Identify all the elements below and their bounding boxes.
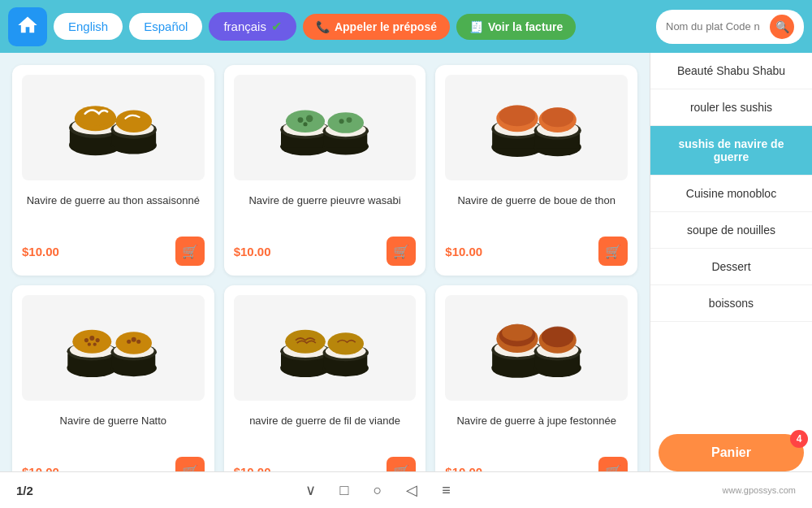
svg-point-42 [73, 330, 112, 354]
svg-point-23 [327, 112, 364, 133]
svg-point-72 [502, 324, 533, 341]
chevron-down-icon[interactable]: ∨ [305, 481, 316, 499]
product-name-2: Navire de guerre pieuvre wasabi [248, 187, 400, 215]
page-indicator: 1/2 [16, 484, 33, 497]
svg-point-17 [306, 115, 313, 123]
check-icon: ✔ [271, 19, 282, 34]
product-price-2: $10.00 [234, 245, 271, 258]
product-name-5: navire de guerre de fil de viande [249, 407, 400, 435]
add-to-cart-button-2[interactable]: 🛒 [387, 237, 416, 266]
bottom-bar: 1/2 ∨ □ ○ ◁ ≡ www.gpossys.com [0, 471, 812, 508]
product-card-4: Navire de guerre Natto $10.00 🛒 [12, 285, 214, 496]
product-image-2 [234, 75, 417, 180]
cart-label: Panier [711, 445, 751, 459]
svg-point-37 [542, 107, 573, 127]
product-name-3: Navire de guerre de boue de thon [457, 187, 615, 215]
svg-point-10 [116, 111, 153, 132]
sidebar-item-rouler[interactable]: rouler les sushis [650, 89, 812, 126]
svg-point-45 [96, 338, 100, 342]
search-icon: 🔍 [775, 20, 789, 33]
cart-badge: 4 [790, 430, 808, 448]
sidebar-item-cuisine[interactable]: Cuisine monobloc [650, 176, 812, 212]
sidebar-item-soupe[interactable]: soupe de nouilles [650, 212, 812, 249]
sushi-visual-5 [234, 295, 417, 401]
sidebar-item-sushis[interactable]: sushis de navire de guerre [650, 126, 812, 176]
sushi-visual-1 [22, 75, 205, 180]
sidebar-item-beaute[interactable]: Beauté Shabu Shabu [650, 53, 812, 89]
sidebar: Beauté Shabu Shaburouler les sushissushi… [650, 53, 812, 508]
lang-english-button[interactable]: English [54, 13, 123, 40]
product-name-1: Navire de guerre au thon assaisonné [27, 187, 200, 215]
lang-spanish-button[interactable]: Español [129, 13, 202, 40]
product-image-3 [445, 75, 628, 180]
svg-point-15 [286, 111, 325, 132]
svg-point-25 [347, 117, 352, 123]
main-content: Navire de guerre au thon assaisonné $10.… [0, 53, 812, 508]
svg-point-78 [542, 326, 573, 347]
product-footer-2: $10.00 🛒 [234, 237, 417, 266]
add-to-cart-button-1[interactable]: 🛒 [175, 237, 205, 266]
product-card-1: Navire de guerre au thon assaisonné $10.… [12, 65, 214, 276]
home-icon [16, 14, 39, 40]
svg-point-46 [88, 343, 91, 346]
product-card-3: Navire de guerre de boue de thon $10.00 … [435, 65, 637, 276]
product-image-6 [445, 295, 628, 401]
square-icon[interactable]: □ [340, 482, 349, 499]
receipt-icon: 🧾 [469, 20, 483, 33]
menu-icon[interactable]: ≡ [442, 482, 451, 499]
sidebar-item-dessert[interactable]: Dessert [650, 249, 812, 285]
svg-point-43 [84, 338, 89, 342]
svg-point-18 [303, 122, 307, 126]
svg-point-52 [116, 332, 153, 354]
sushi-visual-4 [22, 295, 205, 401]
view-bill-button[interactable]: 🧾 Voir la facture [456, 14, 576, 40]
product-name-4: Navire de guerre Natto [60, 407, 167, 435]
product-footer-3: $10.00 🛒 [445, 237, 628, 266]
phone-icon: 📞 [316, 20, 330, 33]
watermark: www.gpossys.com [723, 485, 796, 495]
product-card-5: navire de guerre de fil de viande $10.00… [224, 285, 426, 496]
search-button[interactable]: 🔍 [770, 15, 794, 39]
add-to-cart-button-3[interactable]: 🛒 [598, 237, 628, 266]
header: English Español français ✔ 📞 Appeler le … [0, 0, 812, 53]
svg-point-16 [298, 117, 304, 123]
product-name-6: Navire de guerre à jupe festonnée [456, 407, 616, 435]
circle-icon[interactable]: ○ [373, 482, 382, 499]
nav-icons: ∨ □ ○ ◁ ≡ [305, 481, 451, 499]
back-icon[interactable]: ◁ [406, 481, 417, 499]
product-image-4 [22, 295, 205, 401]
call-waiter-button[interactable]: 📞 Appeler le préposé [303, 14, 450, 40]
sushi-visual-2 [234, 75, 417, 180]
lang-french-label: français [223, 20, 266, 33]
products-grid: Navire de guerre au thon assaisonné $10.… [0, 53, 650, 508]
search-input[interactable] [666, 20, 763, 33]
svg-point-44 [90, 336, 95, 341]
product-card-6: Navire de guerre à jupe festonnée $10.00… [435, 285, 637, 496]
product-price-1: $10.00 [22, 245, 59, 258]
sushi-visual-6 [445, 295, 628, 401]
sidebar-item-boissons[interactable]: boissons [650, 285, 812, 322]
product-image-5 [234, 295, 417, 401]
lang-french-button[interactable]: français ✔ [209, 12, 296, 41]
product-price-3: $10.00 [445, 245, 482, 258]
cart-button[interactable]: Panier 4 [659, 434, 804, 471]
svg-point-53 [127, 340, 131, 344]
home-button[interactable] [8, 7, 47, 46]
sushi-visual-3 [445, 75, 628, 180]
svg-point-24 [339, 119, 344, 124]
svg-point-65 [327, 332, 364, 354]
view-bill-label: Voir la facture [488, 20, 563, 33]
svg-point-55 [136, 340, 140, 344]
search-container: 🔍 [656, 10, 804, 44]
svg-point-54 [132, 337, 136, 342]
product-footer-1: $10.00 🛒 [22, 237, 205, 266]
product-image-1 [22, 75, 205, 180]
svg-point-31 [499, 106, 535, 127]
call-waiter-label: Appeler le préposé [335, 20, 437, 33]
product-card-2: Navire de guerre pieuvre wasabi $10.00 🛒 [224, 65, 426, 276]
svg-point-5 [76, 106, 115, 125]
svg-point-47 [93, 343, 97, 346]
